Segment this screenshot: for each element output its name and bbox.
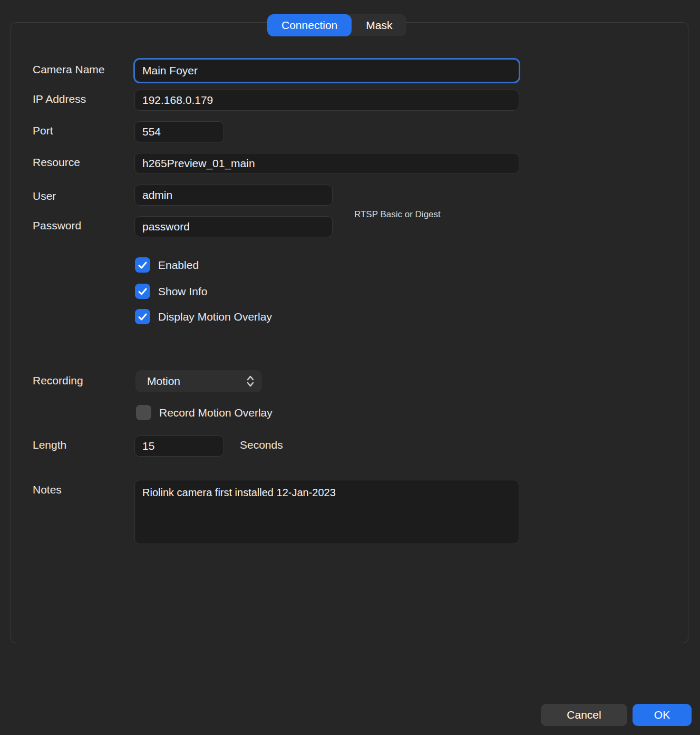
ok-button[interactable]: OK <box>633 704 692 726</box>
enabled-checkbox-label: Enabled <box>158 259 199 272</box>
user-input[interactable] <box>134 185 333 206</box>
notes-label: Notes <box>33 483 62 496</box>
camera-name-input[interactable] <box>133 58 520 83</box>
length-label: Length <box>33 439 66 451</box>
ip-address-label: IP Address <box>33 93 86 105</box>
port-label: Port <box>33 124 53 137</box>
show-info-checkbox[interactable] <box>135 284 150 299</box>
record-motion-overlay-checkbox[interactable] <box>136 405 151 420</box>
resource-label: Resource <box>33 156 80 169</box>
password-input[interactable] <box>134 216 333 237</box>
ip-address-input[interactable] <box>134 90 519 111</box>
tab-mask[interactable]: Mask <box>352 14 406 36</box>
display-motion-overlay-checkbox-label: Display Motion Overlay <box>158 311 272 323</box>
notes-textarea[interactable]: Riolink camera first installed 12-Jan-20… <box>134 480 519 544</box>
camera-settings-dialog: Connection Mask Camera Name IP Address P… <box>0 0 700 735</box>
length-unit-label: Seconds <box>240 439 283 451</box>
rtsp-auth-hint: RTSP Basic or Digest <box>354 209 441 220</box>
tab-bar: Connection Mask <box>267 14 406 36</box>
tab-connection-label: Connection <box>281 19 337 32</box>
user-label: User <box>33 190 56 202</box>
port-input[interactable] <box>134 121 224 142</box>
enabled-checkbox[interactable] <box>135 257 150 273</box>
enabled-checkbox-row[interactable]: Enabled <box>135 257 199 273</box>
record-motion-overlay-checkbox-label: Record Motion Overlay <box>159 407 273 419</box>
chevron-up-down-icon <box>246 374 255 388</box>
resource-input[interactable] <box>134 153 519 174</box>
settings-panel <box>11 22 688 643</box>
password-label: Password <box>33 219 81 232</box>
recording-select[interactable]: Motion <box>135 370 262 392</box>
tab-mask-label: Mask <box>366 19 392 32</box>
recording-select-value: Motion <box>147 375 180 388</box>
cancel-button[interactable]: Cancel <box>541 704 627 726</box>
checkmark-icon <box>138 313 147 321</box>
display-motion-overlay-checkbox[interactable] <box>135 309 150 324</box>
tab-connection[interactable]: Connection <box>267 14 352 36</box>
display-motion-overlay-checkbox-row[interactable]: Display Motion Overlay <box>135 309 272 324</box>
checkmark-icon <box>138 288 147 295</box>
record-motion-overlay-checkbox-row[interactable]: Record Motion Overlay <box>136 405 273 420</box>
recording-label: Recording <box>33 374 83 387</box>
checkmark-icon <box>138 262 147 269</box>
show-info-checkbox-row[interactable]: Show Info <box>135 284 207 299</box>
show-info-checkbox-label: Show Info <box>158 285 207 298</box>
camera-name-label: Camera Name <box>33 63 105 76</box>
length-input[interactable] <box>134 436 224 457</box>
